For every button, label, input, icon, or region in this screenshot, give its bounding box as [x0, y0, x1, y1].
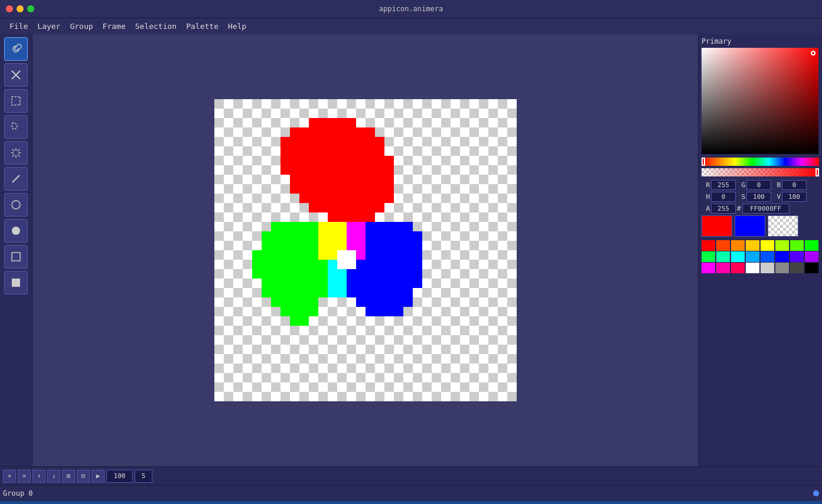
palette-cell[interactable] — [702, 263, 715, 273]
group-name: Group 0 — [3, 489, 33, 498]
play-btn[interactable]: ▶ — [92, 470, 105, 483]
r-input[interactable] — [711, 180, 736, 190]
pixel-canvas-container[interactable] — [214, 99, 517, 401]
palette-cell[interactable] — [746, 240, 759, 251]
palette-cell[interactable] — [731, 263, 745, 273]
primary-swatch[interactable] — [702, 215, 732, 237]
menu-frame[interactable]: Frame — [98, 21, 131, 32]
svg-line-10 — [12, 155, 14, 156]
b-input[interactable] — [782, 180, 807, 190]
alpha-hex-row: A # — [702, 204, 819, 214]
frame-input[interactable] — [135, 470, 152, 483]
bottom-toolbar: + ✕ ↑ ↓ ⊞ ⊟ ▶ — [0, 466, 822, 485]
layer-item[interactable]: Layer 0 — [0, 501, 822, 504]
palette-cell[interactable] — [775, 240, 789, 251]
s-label: S — [737, 193, 745, 201]
hsv-row: H S V — [702, 192, 819, 202]
tool-filled-rect[interactable] — [4, 271, 28, 294]
hash-label: # — [737, 205, 741, 212]
palette-cell[interactable] — [805, 263, 818, 273]
tool-rect[interactable] — [4, 245, 28, 269]
canvas-area[interactable] — [32, 34, 698, 466]
tool-filled-circle[interactable] — [4, 219, 28, 243]
menu-group[interactable]: Group — [65, 21, 97, 32]
g-input[interactable] — [746, 180, 771, 190]
r-label: R — [702, 181, 710, 189]
right-panel: Primary R G B H — [698, 34, 822, 466]
palette-cell[interactable] — [775, 251, 789, 262]
ungrid-btn[interactable]: ⊟ — [77, 470, 90, 483]
palette-cell[interactable] — [790, 240, 804, 251]
hue-slider[interactable] — [702, 158, 819, 166]
g-label: G — [737, 181, 745, 189]
palette-cell[interactable] — [790, 251, 804, 262]
palette-cell[interactable] — [805, 251, 818, 262]
a-input[interactable] — [711, 204, 736, 214]
palette-cell[interactable] — [775, 263, 789, 273]
svg-rect-2 — [12, 97, 20, 105]
transparent-swatch[interactable] — [768, 215, 798, 237]
palette-cell[interactable] — [716, 251, 730, 262]
menu-palette[interactable]: Palette — [181, 21, 223, 32]
tool-spiral[interactable] — [4, 37, 28, 61]
menu-bar: File Layer Group Frame Selection Palette… — [0, 18, 822, 34]
svg-rect-14 — [12, 253, 20, 261]
close-button[interactable] — [6, 5, 13, 12]
window-title: appicon.animera — [379, 5, 443, 13]
tool-magic-wand[interactable] — [4, 141, 28, 165]
h-input[interactable] — [711, 192, 736, 202]
secondary-swatch[interactable] — [735, 215, 765, 237]
h-label: H — [702, 193, 710, 201]
v-label: V — [772, 193, 781, 201]
grid-btn[interactable]: ⊞ — [62, 470, 75, 483]
palette-cell[interactable] — [805, 240, 818, 251]
palette-cell[interactable] — [790, 263, 804, 273]
remove-layer-btn[interactable]: ✕ — [18, 470, 31, 483]
toolbar — [0, 34, 32, 466]
tool-circle[interactable] — [4, 193, 28, 217]
a-label: A — [702, 205, 710, 212]
s-input[interactable] — [746, 192, 771, 202]
palette-cell[interactable] — [731, 251, 745, 262]
main-layout: Primary R G B H — [0, 34, 822, 466]
layer-group[interactable]: Group 0 — [0, 486, 822, 501]
palette-cell[interactable] — [761, 263, 774, 273]
move-up-btn[interactable]: ↑ — [32, 470, 45, 483]
menu-help[interactable]: Help — [223, 21, 251, 32]
b-label: B — [772, 181, 781, 189]
palette-cell[interactable] — [702, 251, 715, 262]
svg-point-13 — [12, 227, 20, 235]
palette-cell[interactable] — [746, 263, 759, 273]
palette-cell[interactable] — [761, 251, 774, 262]
color-picker-area[interactable] — [702, 48, 818, 154]
svg-line-9 — [18, 149, 19, 151]
svg-line-7 — [12, 149, 14, 151]
tool-lasso-select[interactable] — [4, 115, 28, 139]
layer-panel: Group 0 Layer 0 — [0, 485, 822, 504]
palette-cell[interactable] — [702, 240, 715, 251]
add-layer-btn[interactable]: + — [3, 470, 16, 483]
alpha-slider[interactable] — [702, 168, 819, 176]
tool-rect-select[interactable] — [4, 89, 28, 113]
palette-cell[interactable] — [761, 240, 774, 251]
palette-cell[interactable] — [716, 240, 730, 251]
tool-line[interactable] — [4, 167, 28, 191]
palette-cell[interactable] — [731, 240, 745, 251]
maximize-button[interactable] — [27, 5, 34, 12]
svg-line-8 — [18, 155, 19, 156]
zoom-input[interactable] — [106, 470, 133, 483]
pixel-canvas[interactable] — [214, 99, 517, 401]
tool-move[interactable] — [4, 63, 28, 87]
move-down-btn[interactable]: ↓ — [47, 470, 60, 483]
palette-cell[interactable] — [746, 251, 759, 262]
hex-input[interactable] — [742, 204, 790, 214]
title-bar: appicon.animera — [0, 0, 822, 18]
menu-file[interactable]: File — [5, 21, 32, 32]
traffic-lights — [6, 5, 34, 12]
minimize-button[interactable] — [17, 5, 24, 12]
v-input[interactable] — [782, 192, 807, 202]
palette-cell[interactable] — [716, 263, 730, 273]
svg-rect-15 — [12, 279, 20, 287]
menu-layer[interactable]: Layer — [32, 21, 65, 32]
menu-selection[interactable]: Selection — [131, 21, 181, 32]
